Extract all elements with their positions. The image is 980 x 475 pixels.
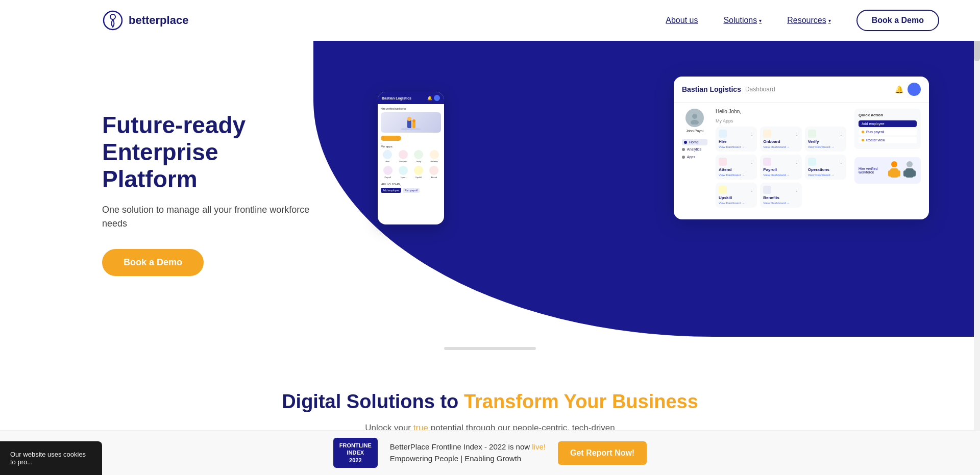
svg-rect-16 [913, 170, 916, 177]
payroll-app-icon [763, 158, 771, 166]
quick-actions-title: Quick action [859, 113, 917, 117]
app-card-onboard: ⋮ Onboard View Dashboard → [760, 127, 801, 152]
operations-app-name: Operations [808, 167, 843, 172]
dashboard-company-name: Bastian Logistics [682, 85, 741, 93]
hero-section: Future-ready Enterprise Platform One sol… [0, 41, 980, 337]
app-card-attend: ⋮ Attend View Dashboard → [716, 155, 757, 180]
benefits-app-link: View Dashboard → [763, 202, 798, 205]
phone-app-upskill: Upskill [412, 166, 426, 179]
phone-app-verify: Verify [412, 150, 426, 163]
get-report-button[interactable]: Get Report Now! [558, 441, 647, 459]
phone-app-payroll: Payroll [381, 166, 395, 179]
dashboard-section-label: Dashboard [745, 86, 775, 93]
sidebar-home: Home [682, 139, 707, 145]
logo-area: betterplace [102, 10, 188, 31]
verify-app-name: Verify [808, 139, 843, 144]
app-card-verify: ⋮ Verify View Dashboard → [805, 127, 846, 152]
sidebar-dot-icon [684, 141, 687, 144]
user-avatar [685, 109, 704, 127]
phone-apps-label: My apps [381, 145, 441, 148]
benefits-app-name: Benefits [763, 195, 798, 200]
benefits-app-icon [763, 186, 771, 194]
logo-icon [102, 10, 124, 31]
svg-point-2 [401, 128, 421, 130]
app-card-benefits: ⋮ Benefits View Dashboard → [760, 183, 801, 208]
svg-point-1 [110, 14, 115, 19]
bell-icon: 🔔 [895, 85, 903, 93]
qa-run-payroll: Run payroll [859, 129, 917, 135]
phone-app-hire: Hire [381, 150, 395, 163]
svg-point-13 [906, 161, 913, 167]
hire-app-name: Hire [719, 139, 754, 144]
svg-point-8 [691, 120, 699, 124]
svg-rect-10 [890, 168, 898, 178]
phone-apps-grid: Hire Onboard Verify Benefits [381, 150, 441, 163]
hero-content: Future-ready Enterprise Platform One sol… [0, 41, 980, 337]
app-card-hire: ⋮ Hire View Dashboard → [716, 127, 757, 152]
app-card-upskill: ⋮ Upskill View Dashboard → [716, 183, 757, 208]
attend-app-link: View Dashboard → [719, 173, 754, 177]
verify-app-icon [808, 130, 816, 138]
dashboard-main: Hello John, My Apps ⋮ Hire View Dashboar… [716, 109, 846, 208]
nav-about[interactable]: About us [666, 16, 698, 25]
payroll-app-name: Payroll [763, 167, 798, 172]
svg-rect-15 [903, 170, 906, 177]
resources-chevron-icon: ▾ [828, 18, 831, 23]
attend-app-icon [719, 158, 727, 166]
svg-rect-11 [888, 170, 891, 177]
dashboard-body: John Payni Home Analytics [674, 103, 929, 214]
hire-text: Hire verifiedworkforce [859, 167, 877, 174]
cookie-text: Our website uses cookies to pro... [10, 451, 86, 459]
phone-app-upns: Upns. [396, 166, 410, 179]
svg-rect-12 [897, 170, 900, 177]
scroll-indicator [0, 337, 980, 360]
hire-figures [887, 160, 917, 181]
svg-rect-14 [905, 168, 914, 178]
quick-actions-panel: Quick action Add employee Run payroll Ro… [854, 109, 921, 149]
nav-book-demo-button[interactable]: Book a Demo [856, 10, 939, 31]
phone-qa-btn2: Run payroll [403, 188, 420, 193]
hero-text: Future-ready Enterprise Platform One sol… [102, 102, 316, 276]
sidebar-analytics: Analytics [682, 145, 707, 153]
sidebar-apps: Apps [682, 153, 707, 161]
upskill-app-link: View Dashboard → [719, 202, 754, 205]
dashboard-card: Bastian Logistics Dashboard 🔔 [674, 77, 929, 219]
phone-app-onboard: Onboard [397, 150, 410, 163]
logo-text: betterplace [129, 14, 188, 27]
hero-mockup: Bastian Logistics 🔔 Hire verified workfo… [347, 71, 939, 306]
svg-point-9 [891, 161, 897, 167]
phone-apps-row2: Payroll Upns. Upskill Attend [381, 166, 441, 179]
onboard-app-icon [763, 130, 771, 138]
hero-subtitle: One solution to manage all your frontlin… [102, 203, 316, 231]
qa-roster-view: Roster view [859, 137, 917, 143]
phone-app-attend: Attend [427, 166, 441, 179]
svg-rect-5 [412, 122, 415, 128]
nav-resources[interactable]: Resources ▾ [787, 16, 830, 25]
phone-illustration [381, 112, 441, 133]
hero-book-demo-button[interactable]: Book a Demo [102, 249, 204, 276]
onboard-app-name: Onboard [763, 139, 798, 144]
notification-bar: FRONTLINE INDEX 2022 BetterPlace Frontli… [0, 430, 980, 459]
user-avatar-icon [908, 83, 921, 96]
right-panel: Quick action Add employee Run payroll Ro… [854, 109, 921, 208]
frontline-index-badge: FRONTLINE INDEX 2022 [333, 438, 378, 459]
operations-app-icon [808, 158, 816, 166]
hero-title: Future-ready Enterprise Platform [102, 112, 316, 193]
phone-content: Hire verified workforce My apps [378, 104, 444, 196]
digital-title: Digital Solutions to Transform Your Busi… [102, 391, 878, 413]
hire-app-icon [719, 130, 727, 138]
phone-header: Bastian Logistics 🔔 [378, 92, 444, 104]
cookie-banner: Our website uses cookies to pro... [0, 441, 102, 459]
upskill-app-icon [719, 186, 727, 194]
verify-app-link: View Dashboard → [808, 145, 843, 148]
app-card-operations: ⋮ Operations View Dashboard → [805, 155, 846, 180]
hire-illustration: Hire verifiedworkforce [854, 157, 921, 184]
nav-solutions[interactable]: Solutions ▾ [723, 16, 762, 25]
phone-hello: HELLO JOHN, [381, 183, 441, 186]
svg-point-7 [692, 114, 697, 119]
dashboard-icons: 🔔 [895, 83, 921, 96]
notification-text: BetterPlace Frontline Index - 2022 is no… [390, 441, 546, 459]
attend-app-name: Attend [719, 167, 754, 172]
dashboard-header: Bastian Logistics Dashboard 🔔 [674, 77, 929, 103]
dashboard-sidebar: John Payni Home Analytics [682, 109, 707, 208]
